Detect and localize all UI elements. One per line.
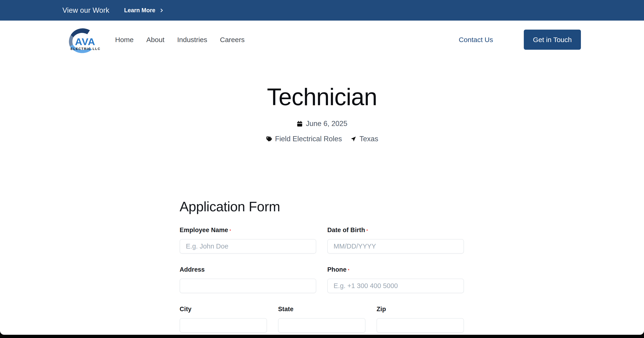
nav-item-industries[interactable]: Industries [177, 36, 207, 44]
address-label: Address [180, 266, 205, 273]
tags-row: Field Electrical Roles Texas [0, 135, 644, 143]
zip-input[interactable] [376, 318, 464, 333]
zip-field-group: Zip [376, 306, 464, 333]
required-asterisk: * [348, 268, 349, 272]
form-row-3: City State Zip [180, 306, 464, 333]
date-group: June 6, 2025 [296, 120, 347, 128]
nav-item-careers[interactable]: Careers [220, 36, 245, 44]
page-title: Technician [0, 85, 644, 109]
city-input[interactable] [180, 318, 267, 333]
date-row: June 6, 2025 [0, 120, 644, 128]
logo-sub-text: ELECTRIC LLC [70, 47, 100, 50]
page: View our Work Learn More AVA ELECTRIC LL… [0, 0, 644, 335]
address-input[interactable] [180, 278, 316, 293]
brand-logo[interactable]: AVA ELECTRIC LLC [63, 25, 100, 55]
state-input[interactable] [278, 318, 366, 333]
location-arrow-icon [350, 136, 356, 142]
employee-name-input[interactable] [180, 239, 316, 254]
logo-brand-text: AVA [75, 36, 95, 47]
post-date: June 6, 2025 [306, 120, 347, 128]
location-group: Texas [350, 135, 378, 143]
date-of-birth-label: Date of Birth [327, 226, 365, 234]
date-of-birth-input[interactable] [327, 239, 464, 254]
tags-icon [266, 136, 272, 142]
learn-more-label: Learn More [124, 7, 155, 14]
employee-name-field-group: Employee Name* [180, 226, 316, 254]
employee-name-label: Employee Name [180, 226, 228, 234]
post-category: Field Electrical Roles [275, 135, 342, 143]
main-header: AVA ELECTRIC LLC Home About Industries C… [0, 20, 644, 59]
topbar: View our Work Learn More [0, 0, 644, 20]
state-label: State [278, 306, 294, 312]
chevron-right-icon [159, 8, 164, 13]
phone-field-group: Phone* [327, 266, 464, 293]
required-asterisk: * [366, 229, 368, 233]
zip-label: Zip [376, 306, 386, 312]
category-group: Field Electrical Roles [266, 135, 342, 143]
hero-section: Technician June 6, 2025 Field Ele [0, 85, 644, 143]
city-label: City [180, 306, 192, 312]
nav-item-home[interactable]: Home [115, 36, 134, 44]
calendar-icon [296, 121, 303, 127]
contact-us-link[interactable]: Contact Us [459, 36, 493, 44]
state-field-group: State [278, 306, 366, 333]
required-asterisk: * [230, 229, 231, 233]
address-field-group: Address [180, 266, 316, 293]
application-form-section: Application Form Employee Name* Date of … [180, 199, 464, 333]
date-of-birth-field-group: Date of Birth* [327, 226, 464, 254]
city-field-group: City [180, 306, 267, 333]
form-row-2: Address Phone* [180, 266, 464, 293]
form-heading: Application Form [180, 199, 464, 214]
get-in-touch-button[interactable]: Get in Touch [524, 30, 581, 50]
main-nav: Home About Industries Careers [115, 36, 244, 44]
form-row-1: Employee Name* Date of Birth* [180, 226, 464, 254]
view-our-work-label: View our Work [62, 6, 109, 14]
phone-label: Phone [327, 266, 346, 273]
nav-item-about[interactable]: About [146, 36, 164, 44]
post-location: Texas [360, 135, 378, 143]
phone-input[interactable] [327, 278, 464, 293]
logo-swoosh-left [69, 35, 73, 46]
learn-more-button[interactable]: Learn More [123, 7, 166, 14]
